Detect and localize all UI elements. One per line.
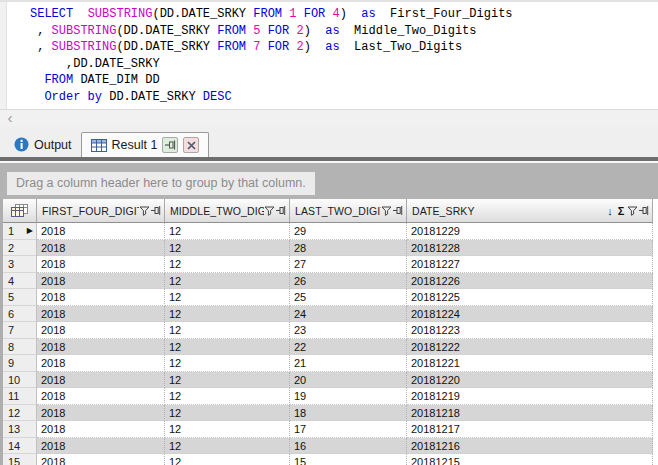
filter-icon[interactable] [381, 206, 392, 216]
table-row[interactable]: 42018122620181226 [3, 273, 658, 290]
table-row[interactable]: 82018122220181222 [3, 339, 658, 356]
cell-first_four_digits[interactable]: 2018 [37, 256, 165, 273]
cell-date_srky[interactable]: 20181225 [407, 289, 653, 306]
row-header[interactable]: 3 [3, 256, 37, 273]
pin-icon[interactable] [276, 206, 286, 215]
cell-date_srky[interactable]: 20181222 [407, 339, 653, 356]
pin-icon[interactable] [151, 206, 161, 215]
table-row[interactable]: 62018122420181224 [3, 306, 658, 323]
column-header-first_four_digits[interactable]: FIRST_FOUR_DIGITS [37, 199, 165, 223]
cell-middle_two_digits[interactable]: 12 [165, 289, 290, 306]
cell-last_two_digits[interactable]: 26 [290, 273, 407, 290]
cell-first_four_digits[interactable]: 2018 [37, 438, 165, 455]
row-header[interactable]: 6 [3, 306, 37, 323]
cell-last_two_digits[interactable]: 25 [290, 289, 407, 306]
cell-first_four_digits[interactable]: 2018 [37, 339, 165, 356]
sigma-icon[interactable]: Σ [616, 205, 626, 217]
cell-date_srky[interactable]: 20181224 [407, 306, 653, 323]
cell-middle_two_digits[interactable]: 12 [165, 454, 290, 465]
cell-date_srky[interactable]: 20181215 [407, 454, 653, 465]
cell-date_srky[interactable]: 20181221 [407, 355, 653, 372]
cell-first_four_digits[interactable]: 2018 [37, 240, 165, 257]
row-header[interactable]: 8 [3, 339, 37, 356]
cell-middle_two_digits[interactable]: 12 [165, 421, 290, 438]
sort-desc-icon[interactable]: ↓ [605, 205, 615, 217]
pin-icon[interactable] [393, 206, 403, 215]
table-row[interactable]: 152018121520181215 [3, 454, 658, 465]
grid-corner-selector[interactable] [3, 199, 37, 223]
cell-first_four_digits[interactable]: 2018 [37, 372, 165, 389]
cell-first_four_digits[interactable]: 2018 [37, 388, 165, 405]
cell-middle_two_digits[interactable]: 12 [165, 372, 290, 389]
cell-first_four_digits[interactable]: 2018 [37, 454, 165, 465]
column-header-date_srky[interactable]: DATE_SRKY↓Σ [407, 199, 653, 223]
cell-middle_two_digits[interactable]: 12 [165, 355, 290, 372]
row-header[interactable]: 14 [3, 438, 37, 455]
cell-date_srky[interactable]: 20181227 [407, 256, 653, 273]
table-row[interactable]: 32018122720181227 [3, 256, 658, 273]
cell-middle_two_digits[interactable]: 12 [165, 388, 290, 405]
editor-horizontal-scrollbar[interactable]: ‹ [0, 109, 658, 127]
cell-last_two_digits[interactable]: 24 [290, 306, 407, 323]
cell-last_two_digits[interactable]: 15 [290, 454, 407, 465]
cell-date_srky[interactable]: 20181228 [407, 240, 653, 257]
cell-middle_two_digits[interactable]: 12 [165, 306, 290, 323]
row-header[interactable]: 7 [3, 322, 37, 339]
cell-first_four_digits[interactable]: 2018 [37, 273, 165, 290]
table-row[interactable]: 92018122120181221 [3, 355, 658, 372]
cell-date_srky[interactable]: 20181226 [407, 273, 653, 290]
cell-date_srky[interactable]: 20181217 [407, 421, 653, 438]
groupby-drop-zone[interactable]: Drag a column header here to group by th… [0, 161, 658, 199]
cell-middle_two_digits[interactable]: 12 [165, 273, 290, 290]
cell-date_srky[interactable]: 20181220 [407, 372, 653, 389]
row-header[interactable]: 11 [3, 388, 37, 405]
table-row[interactable]: 142018121620181216 [3, 438, 658, 455]
cell-first_four_digits[interactable]: 2018 [37, 223, 165, 240]
table-row[interactable]: 52018122520181225 [3, 289, 658, 306]
tab-result-1[interactable]: Result 1 [81, 132, 210, 157]
filter-icon[interactable] [139, 206, 150, 216]
table-row[interactable]: 112018121920181219 [3, 388, 658, 405]
cell-first_four_digits[interactable]: 2018 [37, 289, 165, 306]
cell-last_two_digits[interactable]: 28 [290, 240, 407, 257]
cell-middle_two_digits[interactable]: 12 [165, 438, 290, 455]
cell-first_four_digits[interactable]: 2018 [37, 306, 165, 323]
cell-last_two_digits[interactable]: 16 [290, 438, 407, 455]
cell-last_two_digits[interactable]: 29 [290, 223, 407, 240]
cell-first_four_digits[interactable]: 2018 [37, 421, 165, 438]
cell-middle_two_digits[interactable]: 12 [165, 405, 290, 422]
tab-output[interactable]: Output [5, 132, 81, 157]
cell-middle_two_digits[interactable]: 12 [165, 223, 290, 240]
cell-date_srky[interactable]: 20181216 [407, 438, 653, 455]
cell-last_two_digits[interactable]: 21 [290, 355, 407, 372]
table-row[interactable]: 22018122820181228 [3, 240, 658, 257]
filter-icon[interactable] [264, 206, 275, 216]
cell-last_two_digits[interactable]: 18 [290, 405, 407, 422]
cell-last_two_digits[interactable]: 17 [290, 421, 407, 438]
table-row[interactable]: 132018121720181217 [3, 421, 658, 438]
cell-first_four_digits[interactable]: 2018 [37, 322, 165, 339]
cell-middle_two_digits[interactable]: 12 [165, 256, 290, 273]
filter-icon[interactable] [627, 206, 638, 216]
row-header[interactable]: 4 [3, 273, 37, 290]
column-header-last_two_digits[interactable]: LAST_TWO_DIGITS [290, 199, 407, 223]
row-header[interactable]: 1▶ [3, 223, 37, 240]
cell-date_srky[interactable]: 20181229 [407, 223, 653, 240]
column-header-middle_two_digits[interactable]: MIDDLE_TWO_DIGITS [165, 199, 290, 223]
table-row[interactable]: 1▶2018122920181229 [3, 223, 658, 240]
pin-icon[interactable] [639, 206, 649, 215]
cell-last_two_digits[interactable]: 23 [290, 322, 407, 339]
cell-date_srky[interactable]: 20181223 [407, 322, 653, 339]
row-header[interactable]: 15 [3, 454, 37, 465]
close-tab-icon[interactable] [183, 137, 199, 153]
cell-last_two_digits[interactable]: 19 [290, 388, 407, 405]
cell-last_two_digits[interactable]: 27 [290, 256, 407, 273]
scroll-left-icon[interactable]: ‹ [3, 110, 17, 126]
cell-last_two_digits[interactable]: 22 [290, 339, 407, 356]
cell-date_srky[interactable]: 20181218 [407, 405, 653, 422]
pin-tab-button[interactable] [162, 137, 178, 153]
table-row[interactable]: 72018122320181223 [3, 322, 658, 339]
row-header[interactable]: 12 [3, 405, 37, 422]
row-header[interactable]: 10 [3, 372, 37, 389]
cell-date_srky[interactable]: 20181219 [407, 388, 653, 405]
